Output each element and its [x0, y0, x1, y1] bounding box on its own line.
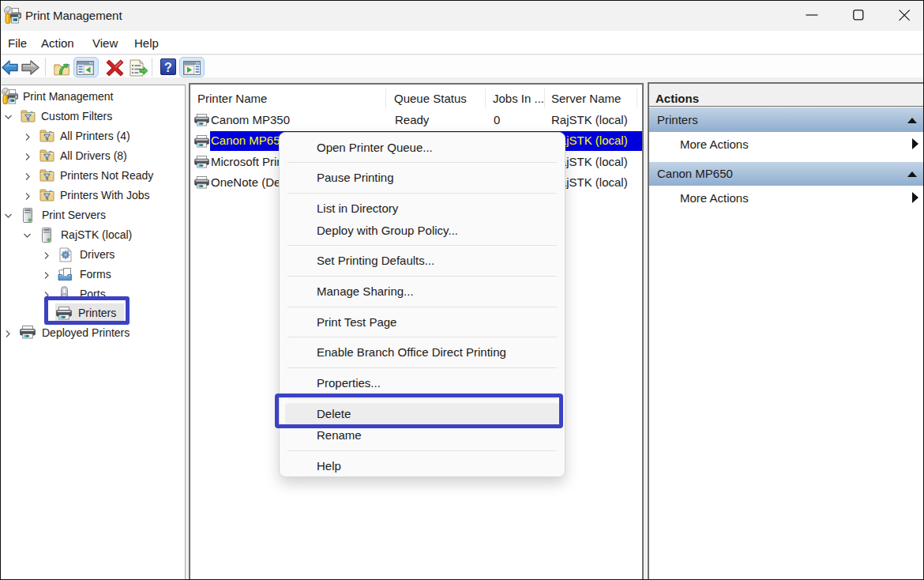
svg-text:?: ? [164, 61, 172, 74]
